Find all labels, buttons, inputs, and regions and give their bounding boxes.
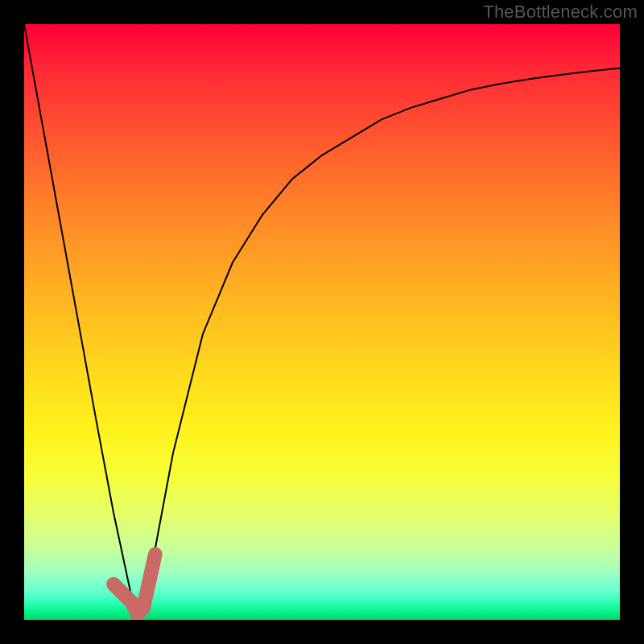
curve-svg — [24, 24, 620, 620]
highlight-segment — [114, 555, 155, 614]
watermark-text: TheBottleneck.com — [483, 2, 638, 23]
bottleneck-curve — [24, 24, 620, 614]
chart-frame: TheBottleneck.com — [0, 0, 644, 644]
plot-area — [24, 24, 620, 620]
